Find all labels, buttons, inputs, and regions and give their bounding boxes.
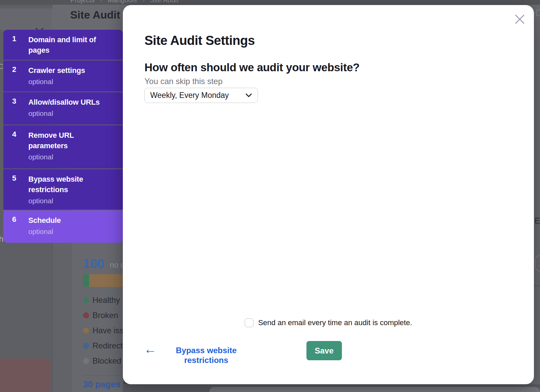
step-title: Crawler settings	[28, 65, 111, 76]
step-bypass-website-restrictions[interactable]: 5 Bypass website restrictions optional	[3, 169, 123, 210]
background-project-dropdown	[0, 8, 52, 30]
save-button[interactable]: Save	[306, 341, 342, 360]
step-title: Domain and limit of pages	[28, 34, 111, 55]
background-card-edge	[209, 387, 540, 392]
background-page-title: Site Audit	[70, 9, 120, 21]
step-crawler-settings[interactable]: 2 Crawler settings optional	[3, 60, 123, 92]
close-icon	[514, 14, 525, 25]
step-domain-and-limit[interactable]: 1 Domain and limit of pages	[3, 30, 123, 60]
background-text-fragment: C	[0, 62, 3, 71]
step-optional-label: optional	[28, 197, 119, 205]
breadcrumb-item-projects: Projects	[70, 0, 94, 4]
background-banner	[0, 359, 51, 392]
pages-changed-link: 30 pages	[83, 379, 120, 389]
site-audit-settings-modal: Site Audit Settings How often should we …	[123, 5, 534, 384]
divider	[534, 285, 540, 286]
close-button[interactable]	[512, 11, 528, 27]
schedule-question-heading: How often should we audit your website?	[144, 61, 359, 74]
site-health-score: 100	[83, 257, 104, 271]
step-title: Schedule	[28, 215, 111, 226]
bar-segment-healthy	[83, 274, 89, 287]
breadcrumb: Projects › Mangools › Site Audit	[0, 0, 540, 5]
breadcrumb-separator-icon: ›	[142, 0, 145, 4]
bypass-website-restrictions-link[interactable]: Bypass website restrictions	[159, 345, 253, 365]
audit-frequency-value: Weekly, Every Monday	[150, 91, 245, 100]
email-notification-label: Send an email every time an audit is com…	[258, 318, 412, 327]
background-button-fragment	[536, 9, 540, 16]
step-optional-label: optional	[28, 227, 119, 236]
legend-dot-broken	[83, 312, 89, 318]
step-title: Bypass website restrictions	[28, 174, 111, 195]
breadcrumb-item-site-audit: Site Audit	[150, 0, 179, 4]
legend-dot-healthy	[83, 297, 89, 303]
background-text-fragment: h	[0, 234, 3, 244]
step-title: Allow/disallow URLs	[28, 97, 111, 107]
background-button-fragment	[535, 255, 540, 271]
back-arrow-icon[interactable]: ←	[144, 343, 157, 356]
email-notification-row: Send an email every time an audit is com…	[123, 318, 534, 327]
step-optional-label: optional	[28, 153, 119, 161]
legend-dot-have-issues	[83, 328, 89, 334]
step-optional-label: optional	[28, 77, 119, 86]
background-text-fragment: E	[535, 216, 540, 226]
step-schedule-active[interactable]: 6 Schedule optional	[3, 210, 123, 243]
legend-dot-redirects	[83, 343, 89, 349]
step-optional-label: optional	[28, 109, 119, 118]
step-remove-url-parameters[interactable]: 4 Remove URL parameters optional	[3, 125, 123, 168]
email-notification-checkbox[interactable]	[245, 318, 253, 327]
chevron-down-icon	[245, 93, 252, 98]
skip-step-hint: You can skip this step	[144, 77, 222, 86]
legend-dot-blocked	[83, 358, 89, 364]
breadcrumb-item-mangools: Mangools	[108, 0, 137, 4]
breadcrumb-separator-icon: ›	[100, 0, 102, 4]
step-allow-disallow-urls[interactable]: 3 Allow/disallow URLs optional	[3, 92, 123, 125]
step-title: Remove URL parameters	[28, 130, 111, 151]
audit-frequency-select[interactable]: Weekly, Every Monday	[144, 88, 258, 103]
modal-title: Site Audit Settings	[144, 33, 255, 48]
site-audit-settings-steps-nav: 1 Domain and limit of pages 2 Crawler se…	[3, 30, 123, 243]
